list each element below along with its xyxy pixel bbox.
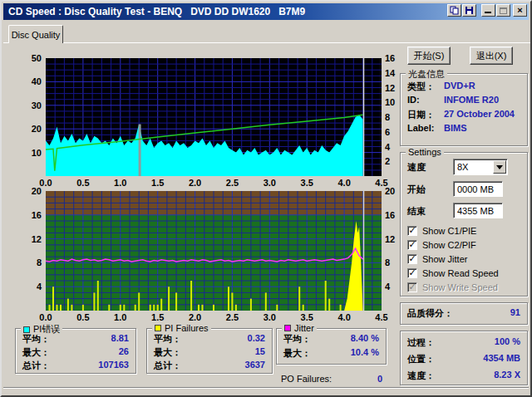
checkbox-show-write-speed: ✓Show Write Speed [407,282,498,293]
tab-disc-quality[interactable]: Disc Quality [8,25,63,43]
app-window: CD Speed : Disc Quality Test - BENQ DVD … [0,0,532,397]
position-row: 位置：4354 MB [407,353,520,365]
settings-title: Settings [406,147,444,157]
axis-tick: 3.5 [301,178,313,188]
axis-tick: 30 [32,100,42,110]
axis-tick: 20 [32,124,42,134]
start-pos-input[interactable]: 0000 MB [453,181,503,197]
axis-tick: 2.5 [226,178,239,188]
axis-tick: 8 [385,112,390,122]
pi-errors-group: PI错误 平均：8.81 最大：26 总计：107163 [15,328,136,374]
tab-label: Disc Quality [12,30,61,40]
axis-tick: 8 [385,257,390,267]
axis-tick: 4.0 [337,312,350,322]
jitter-title: Jitter [282,323,317,333]
axis-tick: 2 [385,156,390,166]
axis-tick: 12 [385,234,395,244]
speed-label: 速度 [407,161,426,174]
po-failures-label: PO Failures: [281,374,332,384]
disc-id-row: ID:INFOME R20 [407,95,522,105]
checkbox-show-c2pif[interactable]: ✓Show C2/PIF [407,239,476,251]
disc-type-row: 类型：DVD+R [407,81,522,93]
quality-score-box: 品质得分： 91 [400,302,528,325]
copy-pages-icon[interactable] [447,4,461,17]
minimize-icon [485,12,491,13]
bottom-divider [3,387,529,389]
axis-tick: 10 [385,97,395,107]
axis-tick: 4 [385,142,390,152]
pif-max-row: 最大：15 [154,346,265,359]
axis-tick: 50 [32,53,42,63]
speed-row: 速度：8.23 X [407,370,520,382]
pif-total-row: 总计：3637 [154,360,265,372]
pie-readspeed-chart [46,58,382,176]
exit-button[interactable]: 退出(X) [470,47,513,65]
axis-tick: 3.0 [264,178,276,188]
axis-tick: 16 [385,210,395,220]
settings-group: Settings 速度 8X 开始 0000 MB 结束 4355 MB ✓Sh… [400,152,528,297]
end-pos-label: 结束 [407,205,426,218]
pi-failures-group: PI Failures 平均：0.32 最大：15 总计：3637 [146,328,273,374]
checkbox-show-read-speed[interactable]: ✓Show Read Speed [407,267,499,279]
start-button[interactable]: 开始(S) [407,47,451,65]
pi-failures-title: PI Failures [152,323,211,333]
end-pos-input[interactable]: 4355 MB [453,203,503,218]
axis-tick: 1.5 [151,312,164,322]
checkbox-show-jitter[interactable]: ✓Show Jitter [407,253,467,265]
pie-max-row: 最大：26 [22,346,129,359]
minimize-button[interactable] [481,4,495,17]
jitter-avg-row: 平均：8.40 % [283,333,379,346]
axis-tick: 10 [32,148,42,158]
axis-tick: 2.0 [189,178,201,188]
close-button[interactable]: × [513,4,527,17]
axis-tick: 20 [32,186,42,196]
axis-tick: 12 [32,234,42,244]
pie-legend-square [23,326,30,333]
checkbox-show-c1pie[interactable]: ✓Show C1/PIE [407,225,476,237]
close-icon: × [517,6,522,15]
progress-row: 过程：100 % [407,336,520,349]
axis-tick: 0.5 [76,312,89,322]
copy-pages-icon [450,6,459,15]
pif-avg-row: 平均：0.32 [154,333,265,346]
jitter-group: Jitter 平均：8.40 % 最大：10.4 % [276,328,387,365]
pie-avg-row: 平均：8.81 [22,333,129,346]
axis-tick: 12 [385,83,395,93]
po-failures-value: 0 [377,374,382,384]
axis-tick: 4 [37,282,42,292]
axis-tick: 14 [385,68,395,78]
pif-legend-square [155,325,161,331]
axis-tick: 0.0 [39,312,52,322]
speed-select[interactable]: 8X [453,159,508,175]
axis-tick: 4 [385,282,390,292]
maximize-icon [500,7,507,14]
jitter-max-row: 最大：10.4 % [283,347,379,360]
disc-info-title: 光盘信息 [406,68,447,81]
maximize-button[interactable] [496,4,510,17]
axis-tick: 40 [32,76,42,86]
axis-tick: 8 [37,257,42,267]
axis-tick: 3.5 [301,312,313,322]
axis-tick: 6 [385,127,390,137]
po-failures-row: PO Failures: 0 [281,374,382,384]
quality-score-value: 91 [510,307,520,320]
disc-date-row: 日期：27 October 2004 [407,109,522,121]
pie-total-row: 总计：107163 [22,360,129,372]
jitter-legend-square [284,325,291,331]
floppy-save-icon[interactable] [462,4,476,17]
axis-tick: 16 [32,210,42,220]
chevron-down-icon[interactable] [493,160,506,174]
disc-info-group: 光盘信息 类型：DVD+R ID:INFOME R20 日期：27 Octobe… [400,73,528,146]
axis-tick: 20 [385,186,395,196]
axis-tick: 16 [385,53,395,63]
axis-tick: 2.0 [189,312,201,322]
start-pos-label: 开始 [407,184,426,196]
pif-jitter-chart [46,191,382,311]
axis-tick: 1.5 [151,178,164,188]
axis-tick: 2.5 [226,312,239,322]
axis-tick: 4.0 [337,178,350,188]
axis-tick: 0.5 [76,178,89,188]
disc-label-row: Label:BIMS [407,123,522,133]
floppy-save-icon [465,6,474,15]
axis-tick: 3.0 [264,312,276,322]
